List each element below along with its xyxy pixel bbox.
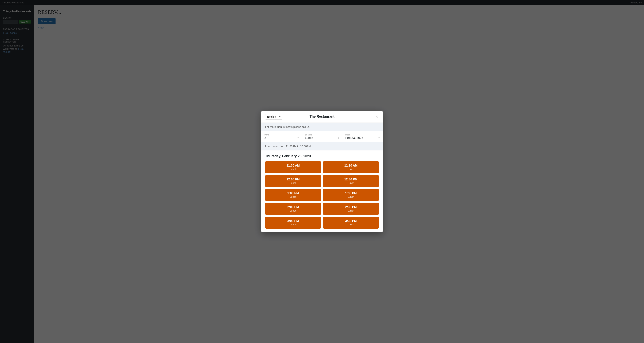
time-slot-service-label: Lunch <box>269 209 317 212</box>
modal-header-left: English Spanish French <box>265 114 282 120</box>
service-hours-info: Lunch open from 11:00AM to 10:00PM <box>261 142 383 150</box>
service-selector[interactable]: Service Lunch ▾ <box>302 131 342 142</box>
time-slot-button[interactable]: 11:00 AM Lunch <box>265 161 321 173</box>
slots-date: Thursday, February 23, 2023 <box>265 154 379 158</box>
party-label: Party <box>264 134 299 136</box>
modal-header: English Spanish French The Restaurant × <box>261 111 383 123</box>
time-slot-button[interactable]: 3:00 PM Lunch <box>265 217 321 229</box>
modal-info-text: For more than 10 seats please call us. <box>265 125 310 128</box>
time-slot-time: 3:30 PM <box>327 219 375 223</box>
time-slot-service-label: Lunch <box>327 182 375 184</box>
service-value: Lunch ▾ <box>305 136 339 140</box>
time-slot-time: 11:30 AM <box>327 164 375 167</box>
slots-grid: 11:00 AM Lunch 11:30 AM Lunch 12:00 PM L… <box>265 161 379 229</box>
time-slot-service-label: Lunch <box>327 168 375 171</box>
party-value: 2 ▾ <box>264 136 299 140</box>
time-slots-section: Thursday, February 23, 2023 11:00 AM Lun… <box>261 150 383 232</box>
service-arrow-icon: ▾ <box>338 137 339 139</box>
time-slot-time: 11:00 AM <box>269 164 317 167</box>
time-slot-time: 1:00 PM <box>269 192 317 195</box>
date-selector[interactable]: Date Feb 23, 2023 ▾ <box>342 131 383 142</box>
modal-info-banner: For more than 10 seats please call us. <box>261 123 383 131</box>
time-slot-time: 1:30 PM <box>327 192 375 195</box>
time-slot-button[interactable]: 3:30 PM Lunch <box>323 217 379 229</box>
time-slot-service-label: Lunch <box>269 195 317 198</box>
time-slot-button[interactable]: 2:30 PM Lunch <box>323 203 379 215</box>
time-slot-button[interactable]: 1:00 PM Lunch <box>265 189 321 201</box>
reservation-modal: English Spanish French The Restaurant × … <box>261 111 383 232</box>
modal-title: The Restaurant <box>310 115 334 119</box>
time-slot-button[interactable]: 11:30 AM Lunch <box>323 161 379 173</box>
time-slot-button[interactable]: 2:00 PM Lunch <box>265 203 321 215</box>
main-content: RESERV... Book now ✎ EDIT English Spanis… <box>34 5 644 343</box>
time-slot-service-label: Lunch <box>327 223 375 226</box>
party-arrow-icon: ▾ <box>298 137 299 139</box>
time-slot-time: 12:30 PM <box>327 178 375 181</box>
time-slot-button[interactable]: 1:30 PM Lunch <box>323 189 379 201</box>
time-slot-service-label: Lunch <box>269 168 317 171</box>
date-value: Feb 23, 2023 ▾ <box>345 136 380 140</box>
time-slot-time: 2:00 PM <box>269 205 317 209</box>
service-hours-text: Lunch open from 11:00AM to 10:00PM <box>265 145 311 148</box>
time-slot-service-label: Lunch <box>269 223 317 226</box>
time-slot-service-label: Lunch <box>327 209 375 212</box>
time-slot-time: 3:00 PM <box>269 219 317 223</box>
time-slot-service-label: Lunch <box>327 195 375 198</box>
service-label: Service <box>305 134 339 136</box>
language-select[interactable]: English Spanish French <box>265 114 282 120</box>
time-slot-button[interactable]: 12:30 PM Lunch <box>323 175 379 187</box>
modal-close-button[interactable]: × <box>375 114 379 120</box>
time-slot-time: 2:30 PM <box>327 205 375 209</box>
modal-selectors: Party 2 ▾ Service Lunch ▾ <box>261 131 383 142</box>
time-slot-button[interactable]: 12:00 PM Lunch <box>265 175 321 187</box>
time-slot-time: 12:00 PM <box>269 178 317 181</box>
time-slot-service-label: Lunch <box>269 182 317 184</box>
modal-overlay: English Spanish French The Restaurant × … <box>0 5 644 343</box>
party-selector[interactable]: Party 2 ▾ <box>261 131 302 142</box>
date-label: Date <box>345 134 380 136</box>
date-arrow-icon: ▾ <box>378 137 380 139</box>
